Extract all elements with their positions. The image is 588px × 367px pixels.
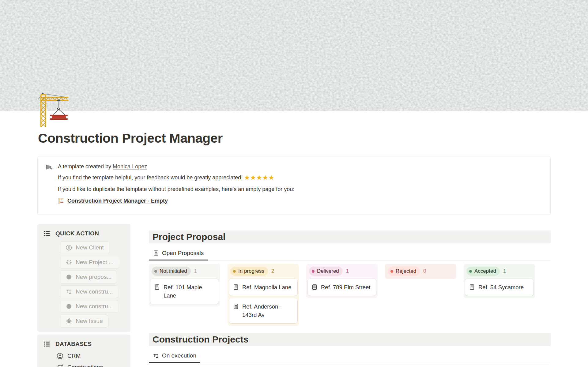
sidebar-item-constructions[interactable]: Constructions bbox=[56, 364, 126, 367]
proposal-tabrow: Open Proposals bbox=[149, 247, 551, 260]
status-dot bbox=[233, 270, 236, 273]
sidebar-item-crm[interactable]: CRM bbox=[56, 352, 126, 360]
status-pill[interactable]: In progress bbox=[230, 267, 268, 276]
list-icon bbox=[43, 230, 51, 238]
person-dashed-icon bbox=[56, 352, 64, 360]
quick-action-panel: QUICK ACTION New Client New Project ... … bbox=[37, 224, 130, 332]
column-count: 2 bbox=[271, 268, 274, 274]
button-label: New Client bbox=[76, 244, 104, 251]
column-count: 1 bbox=[503, 268, 506, 274]
new-proposal-button[interactable]: New propos... bbox=[60, 271, 117, 283]
board-card[interactable]: Ref. 789 Elm Street bbox=[308, 279, 376, 296]
status-label: Rejected bbox=[396, 268, 416, 274]
column-header: In progress 2 bbox=[229, 266, 297, 276]
status-pill[interactable]: Delivered bbox=[309, 267, 343, 276]
column-header: Not initiated 1 bbox=[150, 266, 219, 276]
feedback-line: If you find the template helpful, your f… bbox=[58, 174, 294, 182]
status-pill[interactable]: Not initiated bbox=[152, 267, 191, 276]
kanban-board: Not initiated 1 Ref. 101 Maple Lane I bbox=[149, 264, 551, 326]
page-title: Construction Project Manager bbox=[38, 130, 551, 146]
tab-on-execution[interactable]: On execution bbox=[149, 350, 200, 363]
star-rating: ★★★★★ bbox=[244, 174, 275, 181]
bug-icon bbox=[66, 318, 72, 324]
calculator-icon bbox=[233, 303, 239, 309]
new-issue-button[interactable]: New Issue bbox=[60, 315, 108, 328]
crane-icon bbox=[153, 353, 159, 359]
sidebar: QUICK ACTION New Client New Project ... … bbox=[37, 224, 130, 367]
button-label: New constru... bbox=[76, 303, 113, 310]
board-card[interactable]: Ref. Anderson - 143rd Av bbox=[229, 298, 297, 323]
db-item-label: Constructions bbox=[67, 364, 103, 367]
board-card[interactable]: Ref. Magnolia Lane bbox=[229, 279, 297, 296]
tab-open-proposals[interactable]: Open Proposals bbox=[149, 247, 208, 260]
author-link[interactable]: Monica Lopez bbox=[113, 163, 147, 170]
databases-panel: DATABASES CRM Constructions bbox=[37, 335, 130, 367]
section-heading-project-proposal: Project Proposal bbox=[149, 230, 551, 243]
board-column-in-progress: In progress 2 Ref. Magnolia Lane Ref. An… bbox=[228, 264, 299, 326]
status-dot bbox=[312, 270, 315, 273]
duplicate-line: If you'd like to duplicate the template … bbox=[58, 185, 294, 193]
status-pill[interactable]: Rejected bbox=[388, 267, 420, 276]
button-label: New constru... bbox=[76, 288, 113, 295]
empty-page-row: Construction Project Manager - Empty bbox=[58, 197, 294, 205]
tab-label: On execution bbox=[162, 352, 196, 359]
quick-action-header: QUICK ACTION bbox=[42, 230, 126, 238]
board-card[interactable]: Ref. 101 Maple Lane bbox=[150, 279, 219, 304]
column-header: Rejected 0 bbox=[386, 266, 455, 276]
new-construction-2-button[interactable]: New constru... bbox=[60, 300, 118, 313]
section-heading-construction-projects: Construction Projects bbox=[149, 333, 551, 346]
empty-page-link[interactable]: Construction Project Manager - Empty bbox=[67, 197, 168, 205]
crane-icon bbox=[66, 288, 72, 295]
main-content: Project Proposal Open Proposals Not init… bbox=[149, 224, 551, 367]
databases-header: DATABASES bbox=[42, 340, 126, 348]
board-card[interactable]: Ref. 54 Sycamore bbox=[465, 279, 533, 296]
calculator-icon bbox=[469, 284, 475, 290]
megaphone-icon bbox=[45, 163, 54, 171]
board-column-delivered: Delivered 1 Ref. 789 Elm Street bbox=[306, 264, 378, 298]
calculator-icon bbox=[154, 284, 160, 290]
feedback-text: If you find the template helpful, your f… bbox=[58, 174, 244, 181]
column-count: 0 bbox=[423, 268, 426, 274]
author-line: A template created by Monica Lopez bbox=[58, 163, 294, 170]
person-dashed-icon bbox=[66, 244, 72, 251]
column-header: Delivered 1 bbox=[308, 266, 376, 276]
button-label: New Issue bbox=[76, 318, 103, 324]
column-count: 1 bbox=[194, 268, 197, 274]
refresh-icon bbox=[56, 364, 64, 367]
new-construction-button[interactable]: New constru... bbox=[60, 285, 118, 298]
calculator-icon bbox=[153, 250, 159, 257]
panel-title: DATABASES bbox=[55, 341, 92, 347]
page-content: Construction Project Manager A template … bbox=[37, 111, 551, 367]
column-count: 1 bbox=[346, 268, 349, 274]
cover-image bbox=[0, 0, 588, 111]
author-prefix: A template created by bbox=[58, 163, 113, 170]
new-client-button[interactable]: New Client bbox=[60, 241, 109, 254]
circle-icon bbox=[66, 274, 72, 280]
status-dot bbox=[154, 270, 157, 273]
template-callout: A template created by Monica Lopez If yo… bbox=[37, 156, 551, 215]
column-header: Accepted 1 bbox=[465, 266, 533, 276]
status-dot bbox=[469, 270, 472, 273]
status-dot bbox=[390, 270, 393, 273]
board-column-not-initiated: Not initiated 1 Ref. 101 Maple Lane bbox=[149, 264, 220, 306]
button-label: New propos... bbox=[76, 274, 111, 280]
new-project-button[interactable]: New Project ... bbox=[60, 256, 119, 269]
status-pill[interactable]: Accepted bbox=[466, 267, 500, 276]
tab-label: Open Proposals bbox=[162, 250, 204, 257]
button-label: New Project ... bbox=[76, 259, 114, 266]
circle-icon bbox=[66, 303, 72, 310]
card-title: Ref. 789 Elm Street bbox=[321, 283, 370, 291]
status-label: In progress bbox=[238, 268, 264, 274]
calculator-icon bbox=[233, 284, 239, 290]
status-label: Delivered bbox=[317, 268, 339, 274]
projects-tabrow: On execution bbox=[149, 350, 551, 363]
crane-emoji-icon bbox=[58, 198, 65, 204]
burst-icon bbox=[66, 259, 72, 266]
board-column-rejected: Rejected 0 bbox=[385, 264, 456, 279]
status-label: Not initiated bbox=[160, 268, 187, 274]
calculator-icon bbox=[311, 284, 318, 290]
panel-title: QUICK ACTION bbox=[55, 230, 99, 237]
card-title: Ref. Magnolia Lane bbox=[242, 283, 291, 291]
card-title: Ref. 54 Sycamore bbox=[478, 283, 524, 291]
status-label: Accepted bbox=[474, 268, 496, 274]
